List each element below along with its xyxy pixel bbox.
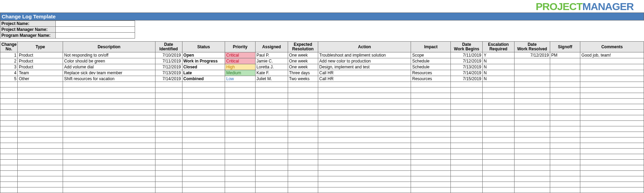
table-cell[interactable] [550,121,580,126]
table-cell[interactable] [255,104,288,110]
table-cell[interactable] [318,121,411,126]
table-cell[interactable] [225,137,255,143]
table-cell[interactable]: 2 [0,58,18,64]
table-cell[interactable] [411,165,451,171]
table-cell[interactable] [288,171,318,176]
table-cell[interactable] [288,165,318,171]
table-cell[interactable] [318,82,411,87]
table-cell[interactable]: Loretta J. [255,64,288,70]
table-cell[interactable] [483,132,515,137]
table-cell[interactable] [451,187,483,193]
table-cell[interactable]: 7/10/2019 [155,52,182,58]
table-cell[interactable] [483,104,515,110]
table-cell[interactable] [580,171,644,176]
table-cell[interactable]: Paul P. [255,52,288,58]
table-cell[interactable] [411,110,451,115]
table-cell[interactable] [550,64,580,70]
table-cell[interactable] [288,87,318,93]
table-cell[interactable] [18,187,63,193]
table-cell[interactable] [411,187,451,193]
table-cell[interactable] [550,154,580,160]
table-cell[interactable] [18,154,63,160]
table-cell[interactable] [63,121,155,126]
table-cell[interactable] [0,93,18,99]
table-cell[interactable] [63,160,155,165]
table-cell[interactable] [182,149,225,154]
table-cell[interactable] [0,154,18,160]
table-cell[interactable] [255,160,288,165]
table-cell[interactable]: 7/14/2019 [155,76,182,82]
table-cell[interactable] [225,171,255,176]
table-cell[interactable]: 7/14/2019 [451,70,483,76]
table-cell[interactable]: 3 [0,64,18,70]
table-cell[interactable] [225,121,255,126]
table-cell[interactable] [18,93,63,99]
table-cell[interactable] [0,143,18,149]
table-cell[interactable] [288,93,318,99]
table-cell[interactable] [0,182,18,187]
table-cell[interactable] [225,93,255,99]
table-cell[interactable] [255,182,288,187]
table-cell[interactable] [255,110,288,115]
table-cell[interactable]: 7/11/2019 [155,58,182,64]
table-cell[interactable] [451,82,483,87]
table-cell[interactable] [483,160,515,165]
table-cell[interactable]: 4 [0,70,18,76]
table-cell[interactable] [182,87,225,93]
table-cell[interactable] [255,137,288,143]
table-cell[interactable] [18,132,63,137]
table-cell[interactable] [255,149,288,154]
table-cell[interactable] [255,171,288,176]
table-cell[interactable] [550,126,580,132]
table-cell[interactable] [255,82,288,87]
table-cell[interactable] [155,182,182,187]
table-cell[interactable] [155,87,182,93]
table-cell[interactable] [411,182,451,187]
table-cell[interactable] [18,99,63,104]
table-cell[interactable] [483,176,515,182]
table-cell[interactable]: 7/15/2019 [451,76,483,82]
table-cell[interactable] [318,99,411,104]
table-cell[interactable] [18,165,63,171]
table-cell[interactable] [288,110,318,115]
table-cell[interactable] [318,110,411,115]
table-cell[interactable] [514,149,550,154]
table-cell[interactable]: Product [18,64,63,70]
table-cell[interactable] [411,115,451,121]
table-cell[interactable] [514,76,550,82]
table-cell[interactable] [550,160,580,165]
table-cell[interactable] [18,176,63,182]
table-cell[interactable]: High [225,64,255,70]
table-cell[interactable]: One week [288,52,318,58]
table-cell[interactable] [63,154,155,160]
table-cell[interactable] [155,171,182,176]
table-cell[interactable] [18,160,63,165]
table-cell[interactable] [18,115,63,121]
table-cell[interactable] [182,143,225,149]
table-cell[interactable] [550,182,580,187]
table-cell[interactable] [225,149,255,154]
table-cell[interactable] [63,165,155,171]
table-cell[interactable] [483,87,515,93]
table-cell[interactable] [182,126,225,132]
table-cell[interactable] [63,137,155,143]
table-cell[interactable] [514,64,550,70]
table-cell[interactable] [225,87,255,93]
table-cell[interactable] [550,87,580,93]
table-cell[interactable] [550,143,580,149]
table-cell[interactable] [0,126,18,132]
table-cell[interactable] [411,93,451,99]
table-cell[interactable] [483,99,515,104]
table-cell[interactable] [18,149,63,154]
table-cell[interactable] [580,126,644,132]
table-cell[interactable] [63,149,155,154]
table-cell[interactable] [63,93,155,99]
table-cell[interactable] [155,115,182,121]
table-cell[interactable] [580,76,644,82]
table-cell[interactable] [550,115,580,121]
table-cell[interactable] [0,87,18,93]
table-cell[interactable] [182,132,225,137]
table-cell[interactable] [550,93,580,99]
table-cell[interactable] [411,160,451,165]
table-cell[interactable] [63,110,155,115]
